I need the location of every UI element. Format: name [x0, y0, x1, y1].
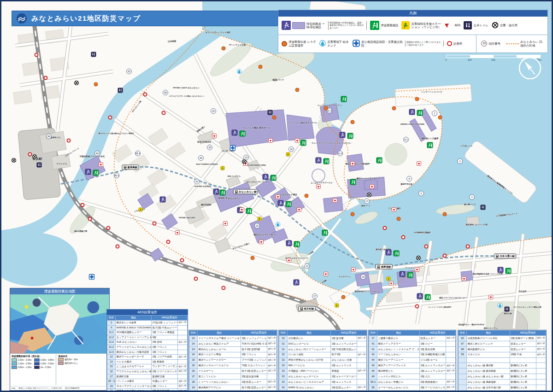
legend-row-1: 帰宅困難者 一時滞在施設 帰宅困難者一時滞在施設は、混雑・被害等の状況により入れ…	[278, 17, 547, 35]
location-cell: 1階 月極駐車場入口横	[419, 352, 446, 357]
facility-cell: JICA横浜国際センター	[116, 330, 152, 335]
elevation-legend-title: 海抜表示	[58, 355, 78, 357]
facility-cell: リーフみなとみらい	[377, 352, 420, 357]
train-icon	[300, 307, 304, 310]
note-cell	[536, 374, 546, 380]
tsunami-evacuation-icon	[394, 251, 400, 257]
tsunami-evacuation-icon	[347, 133, 353, 139]
elevation-label: 標高10m 以上	[65, 362, 78, 364]
tsunami-alarm-icon	[282, 41, 287, 47]
aed-table-row: 49 シンクロン本社ビル 1階 入口	[369, 374, 456, 380]
aed-icon: ♥	[287, 258, 291, 263]
note-cell: 他4ヶ所	[267, 346, 276, 352]
water-tank-icon	[237, 69, 242, 74]
tsunami-evacuation-icon	[425, 294, 431, 300]
block-cell: 44	[369, 357, 377, 363]
facility-cell: ヒューリックみなとみらい	[198, 380, 241, 385]
note-cell	[177, 330, 187, 335]
location-cell: 駅構内に2ヶ所	[510, 363, 536, 369]
aed-icon: ♥	[415, 267, 419, 272]
clinic-icon	[108, 116, 112, 120]
refuge-facility-icon	[340, 132, 346, 138]
tsunami-alarm-icon	[341, 295, 346, 299]
tsunami-evacuation-icon	[300, 140, 306, 146]
train-icon	[495, 254, 499, 258]
tsunami-alarm-icon	[397, 217, 401, 221]
aed-table-row: 46 横浜野村ビル 1階 エントランスホール 他2ヶ所	[369, 369, 456, 374]
tsunami-alarm-icon	[351, 212, 355, 216]
aed-table-row: 41 横浜メディアタワー 1階 ロビー	[369, 341, 456, 346]
aed-icon: ♥	[488, 295, 493, 299]
block-cell: 24	[189, 336, 198, 341]
facility-cell: 日産自動車グローバル本社	[467, 336, 510, 341]
block-number-badge: 20	[211, 108, 216, 114]
clinic-icon	[180, 258, 184, 263]
map-label: PRYME COAST みなとみらい	[173, 87, 199, 89]
aed-table-row	[459, 357, 546, 363]
aed-table-row: 11-2 カップヌードルミュージアム 横浜 4階	[107, 335, 188, 340]
facility-cell: 横浜みなとみらいホール	[198, 346, 241, 352]
elevation-swatch	[58, 358, 64, 361]
facility-cell: みなとみらいセンタービル	[288, 374, 331, 380]
block-cell: 46	[369, 369, 377, 374]
note-cell: 他1ヶ所	[446, 385, 455, 391]
tsunami-evacuation-icon	[407, 272, 413, 278]
block-number-badge: 55-1	[135, 151, 141, 156]
note-cell: 他3ヶ所	[536, 346, 546, 352]
note-cell: 他4ヶ所	[267, 352, 276, 357]
note-cell	[536, 363, 546, 369]
aed-icon: ♥	[175, 230, 180, 235]
clinic-icon	[447, 41, 452, 46]
return-support-station-icon	[139, 208, 143, 212]
note-cell: 他5ヶ所	[536, 336, 546, 341]
facility-cell: 三菱重工横浜ビル	[377, 336, 420, 341]
facility-cell: MARINE & WALK YOKOHAMA	[116, 325, 152, 330]
refuge-facility-icon	[282, 21, 291, 30]
clinic-icon	[35, 53, 39, 57]
col-header-location: AED設置場所	[241, 331, 276, 336]
col-header-block: 街区	[459, 331, 467, 336]
north-arrow-icon	[518, 56, 542, 82]
facility-cell: 日本丸メモリアルパーク	[116, 389, 152, 392]
block-cell: 65	[369, 390, 377, 392]
aed-table-row: 11-2 グランドオリエンタルみなとみらい 1階 フロント	[107, 345, 188, 350]
legend-item-alarm: 津波警報伝達 システム設置場所	[282, 40, 316, 47]
public-toilet-icon	[481, 205, 486, 210]
map-label: ヨコハマポートサイド地区	[206, 31, 231, 34]
station-marker: 日本大通り駅	[494, 254, 516, 259]
police-box-icon	[416, 256, 421, 261]
map-label: 横浜みなとみらい万葉倶楽部	[346, 163, 370, 165]
hospital-icon	[230, 145, 236, 151]
aed-icon: ♥	[350, 161, 355, 166]
police-box-icon	[367, 193, 372, 198]
note-cell: 他4ヶ所	[267, 363, 276, 369]
aed-table-row: みなとみらい線 日本大通り駅 駅構内に1ヶ所	[459, 385, 546, 391]
block-cell: 19	[107, 384, 116, 389]
note-cell: 他2ヶ所	[446, 390, 455, 392]
facility-cell: みなとみらいミッドスクエア ザ・タワーレジデンス	[377, 346, 420, 352]
col-header-location: AED設置場所	[330, 331, 366, 336]
map-label: みなとみらい大橋	[131, 100, 142, 112]
facility-cell: オーケーみなとみらいビル	[377, 385, 420, 391]
clinic-icon	[383, 226, 387, 230]
depth-label: 0.80m - 1.20m	[18, 366, 32, 369]
aed-table-row: 13 ナビオス横浜 1階 事務所	[107, 359, 188, 364]
note-cell	[177, 325, 187, 330]
block-cell: 11-2	[107, 345, 116, 350]
tsunami-evacuation-icon	[506, 268, 512, 274]
facility-cell: みなとみらいビジネススクエア	[288, 380, 331, 385]
map-label: 国際大通り	[196, 125, 206, 133]
block-cell: 45	[369, 363, 377, 369]
facility-cell: 横浜ロイヤルパークホテル	[198, 363, 241, 369]
note-cell: 他1ヶ所	[357, 385, 366, 391]
facility-cell: 横浜興和プラザビル	[198, 385, 241, 391]
inset-source-note: 出典：「津波からの避難に関するガイドライン（平成25年3月）」横浜市危機管理室	[10, 386, 109, 390]
refuge-facility-icon	[232, 130, 238, 136]
block-number-badge: 9	[418, 191, 424, 196]
station-name: 新高島駅	[128, 166, 138, 169]
tsunami-evacuation-icon	[322, 230, 328, 236]
facility-cell: アニヴェルセルみなとみらい横浜	[116, 369, 152, 374]
facility-cell	[467, 357, 510, 363]
map-label: M.M.MID SQUARE	[194, 185, 211, 187]
legend-item-support-station: 災害時帰宅支援ステーション（コンビニ等）	[401, 21, 441, 29]
